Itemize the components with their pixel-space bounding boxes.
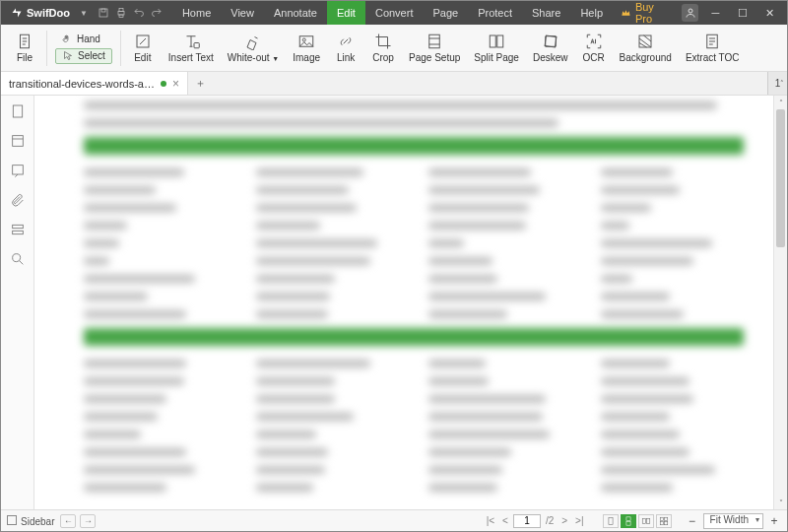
menu-annotate[interactable]: Annotate: [264, 1, 327, 25]
edit-button[interactable]: Edit: [125, 27, 161, 70]
whiteout-icon: [244, 33, 262, 50]
deskew-icon: [542, 33, 559, 50]
modified-indicator-icon: [161, 81, 166, 87]
view-single-button[interactable]: [603, 514, 619, 528]
menu-share[interactable]: Share: [522, 1, 570, 25]
menu-view[interactable]: View: [221, 1, 264, 25]
crop-button[interactable]: Crop: [365, 27, 401, 70]
print-icon[interactable]: [115, 7, 127, 19]
save-icon[interactable]: [98, 7, 109, 19]
statusbar: Sidebar ← → |< < /2 > >| − Fit Width +: [1, 509, 787, 531]
link-button[interactable]: Link: [328, 27, 363, 70]
first-page-button[interactable]: |<: [484, 515, 497, 526]
scrollbar-thumb[interactable]: [776, 109, 785, 247]
page-counter[interactable]: 1 ˄: [767, 72, 787, 95]
page-setup-button[interactable]: Page Setup: [403, 27, 466, 70]
menu-edit[interactable]: Edit: [327, 1, 365, 25]
image-button[interactable]: Image: [287, 27, 326, 70]
svg-point-10: [302, 38, 305, 41]
view-facing-button[interactable]: [638, 514, 654, 528]
ocr-button[interactable]: OCR: [576, 27, 612, 70]
tab-close-button[interactable]: ×: [172, 77, 179, 91]
svg-rect-8: [194, 43, 199, 48]
main-menus: Home View Annotate Edit Convert Page Pro…: [172, 1, 613, 25]
whiteout-button[interactable]: White-out ▼: [222, 27, 286, 70]
app-logo: SwifDoo: [5, 7, 76, 19]
view-continuous-button[interactable]: [621, 514, 636, 528]
page-number-input[interactable]: [513, 514, 541, 528]
hand-icon: [61, 33, 73, 45]
svg-rect-20: [12, 225, 23, 228]
app-logo-icon: [11, 7, 23, 19]
search-icon: [10, 251, 26, 267]
fields-panel-button[interactable]: [8, 220, 28, 239]
view-grid-button[interactable]: [656, 514, 672, 528]
svg-rect-2: [118, 12, 124, 16]
view-continuous-icon: [624, 516, 633, 526]
zoom-in-button[interactable]: +: [767, 514, 781, 528]
svg-rect-4: [119, 15, 123, 18]
bookmarks-panel-button[interactable]: [8, 131, 28, 151]
scroll-down-button[interactable]: ˅: [774, 496, 787, 509]
menu-protect[interactable]: Protect: [468, 1, 522, 25]
svg-rect-27: [646, 518, 649, 523]
sidebar-toggle[interactable]: Sidebar: [7, 515, 54, 527]
file-button[interactable]: File: [7, 27, 42, 70]
zoom-out-button[interactable]: −: [686, 514, 699, 528]
file-icon: [16, 33, 33, 50]
app-menu-dropdown[interactable]: ▼: [76, 9, 92, 18]
svg-rect-0: [99, 9, 107, 17]
search-panel-button[interactable]: [8, 249, 28, 269]
menu-convert[interactable]: Convert: [365, 1, 424, 25]
extract-toc-button[interactable]: Extract TOC: [680, 27, 746, 70]
thumbnails-panel-button[interactable]: [8, 101, 28, 121]
next-page-button[interactable]: >: [558, 515, 570, 526]
vertical-scrollbar[interactable]: ˄ ˅: [773, 96, 787, 509]
svg-rect-13: [497, 35, 503, 47]
edit-icon: [134, 33, 152, 50]
history-nav: ← →: [60, 514, 96, 528]
close-button[interactable]: ✕: [756, 1, 783, 25]
document-tab[interactable]: transitional-devices-words-an… ×: [1, 72, 188, 95]
background-icon: [636, 33, 654, 50]
menu-page[interactable]: Page: [423, 1, 468, 25]
page-total-label: /2: [543, 515, 557, 526]
buy-pro-button[interactable]: Buy Pro: [613, 1, 678, 25]
annotations-icon: [10, 163, 26, 178]
background-button[interactable]: Background: [614, 27, 678, 70]
svg-rect-21: [12, 231, 23, 233]
minimize-button[interactable]: ─: [702, 1, 729, 25]
menubar: SwifDoo ▼ Home View Annotate Edit Conver…: [1, 1, 787, 25]
menu-home[interactable]: Home: [172, 1, 221, 25]
prev-page-button[interactable]: <: [499, 515, 511, 526]
select-tool[interactable]: Select: [55, 48, 112, 64]
maximize-button[interactable]: ☐: [729, 1, 755, 25]
link-icon: [337, 33, 355, 50]
svg-rect-17: [13, 105, 22, 117]
chevron-up-icon: ˄: [780, 80, 784, 88]
last-page-button[interactable]: >|: [572, 515, 586, 526]
crown-icon: [621, 7, 631, 19]
menu-help[interactable]: Help: [570, 1, 613, 25]
hand-tool[interactable]: Hand: [55, 33, 112, 46]
svg-rect-19: [12, 166, 23, 174]
zoom-select[interactable]: Fit Width: [703, 513, 763, 529]
attachments-panel-button[interactable]: [8, 190, 28, 210]
zoom-group: − Fit Width +: [686, 513, 781, 529]
nav-back-button[interactable]: ←: [60, 514, 76, 528]
redo-icon[interactable]: [151, 7, 163, 19]
split-page-button[interactable]: Split Page: [468, 27, 525, 70]
deskew-button[interactable]: Deskew: [527, 27, 574, 70]
scroll-up-button[interactable]: ˄: [774, 96, 787, 109]
insert-text-button[interactable]: Insert Text: [163, 27, 220, 70]
user-account-button[interactable]: [682, 4, 697, 22]
document-viewport[interactable]: [34, 96, 773, 509]
annotations-panel-button[interactable]: [8, 161, 28, 180]
nav-forward-button[interactable]: →: [80, 514, 96, 528]
svg-point-5: [689, 9, 692, 13]
svg-rect-18: [12, 136, 23, 147]
view-mode-group: [603, 514, 672, 528]
new-tab-button[interactable]: ＋: [188, 72, 212, 95]
undo-icon[interactable]: [133, 7, 145, 19]
page-content-blurred: [84, 101, 744, 509]
